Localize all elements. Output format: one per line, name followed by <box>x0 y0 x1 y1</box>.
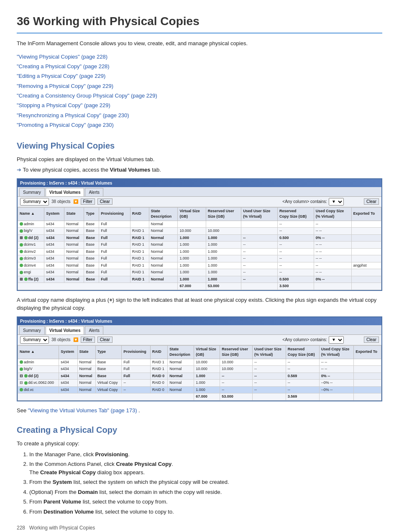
ss2-filter-icon: 🔽 <box>73 337 78 343</box>
ss2-toolbar: Summary 38 objects 🔽 Filter Clear <Any c… <box>18 335 381 345</box>
toc-link-6[interactable]: "Stopping a Physical Copy" (page 229) <box>17 100 382 110</box>
state-dot-green <box>24 278 28 281</box>
ss1-count: 38 objects <box>51 198 71 205</box>
ss1-tab-alerts[interactable]: Alerts <box>85 188 103 196</box>
table-row: admin s434NormalBaseFullRAID 1Normal 10.… <box>18 359 381 366</box>
screenshot-1: Provisioning : InServs : s434 : Virtual … <box>17 178 382 291</box>
ss2-table: Name ▲ System State Type Provisioning RA… <box>18 345 381 401</box>
ss1-col-uuser: Used User Size(% Virtual) <box>241 207 278 221</box>
toc-link-8[interactable]: "Promoting a Physical Copy" (page 230) <box>17 120 382 130</box>
ss2-col-name: Name ▲ <box>18 345 59 359</box>
table-row: ⊟ dd (2) s434NormalBaseFullRAID 0Normal … <box>18 373 381 380</box>
ss2-tabs: Summary Virtual Volumes Alerts <box>18 325 381 335</box>
viewing-volumes-tab-link[interactable]: "Viewing the Virtual Volumes Tab" (page … <box>28 407 137 414</box>
ss2-filter-right-dropdown[interactable]: ▼ <box>329 336 344 344</box>
step-2: In the Common Actions Panel, click Creat… <box>29 460 382 476</box>
toc-link-5[interactable]: "Creating a Consistency Group Physical C… <box>17 91 382 100</box>
see-link-text: See "Viewing the Virtual Volumes Tab" (p… <box>17 406 382 415</box>
ss1-col-rcopy: ReservedCopy Size (GB) <box>277 207 314 221</box>
step-1: In the Manager Pane, click Provisioning. <box>29 450 382 459</box>
ss2-filter-right-label: <Any column> contains: <box>282 337 327 343</box>
ss1-summary-dropdown[interactable]: Summary <box>20 198 49 206</box>
ss2-col-system: System <box>59 345 77 359</box>
ss1-col-prov: Provisioning <box>99 207 130 221</box>
ss1-col-vsize: Virtual Size(GB) <box>178 207 206 221</box>
ss1-col-statedesc: StateDescription <box>149 207 178 221</box>
ss1-titlebar: Provisioning : InServs : s434 : Virtual … <box>18 179 381 187</box>
ss1-table: Name ▲ System State Type Provisioning RA… <box>18 207 381 290</box>
table-row: big/V s434NormalBaseFullRAID 1Normal 10.… <box>18 366 381 373</box>
toc-link-2[interactable]: "Creating a Physical Copy" (page 228) <box>17 62 382 71</box>
ss2-col-uuser: Used User Size(% Virtual) <box>252 345 286 359</box>
table-row: ⊟ dd.vc.0062.000 s434NormalVirtual Copy-… <box>18 380 381 387</box>
footer-text: Working with Physical Copies <box>29 525 95 531</box>
ss2-tab-alerts[interactable]: Alerts <box>85 326 103 334</box>
ss1-col-ucopy: Used Copy Size(% Virtual) <box>314 207 351 221</box>
ss2-col-ucopy: Used Copy Size(% Virtual) <box>319 345 354 359</box>
ss2-tab-summary[interactable]: Summary <box>19 326 45 334</box>
table-row: dcimv4 s434NormalBaseFullRAID 1Normal 1.… <box>18 262 381 269</box>
table-row-highlight: did.vc s434NormalVirtual Copy--RAID 0Nor… <box>18 386 381 393</box>
ss1-filter-btn[interactable]: Filter <box>81 198 95 205</box>
ss2-col-raid: RAID <box>150 345 168 359</box>
table-row: dcimv2 s434NormalBaseFullRAID 1Normal 1.… <box>18 248 381 255</box>
creating-steps: In the Manager Pane, click Provisioning.… <box>29 450 382 516</box>
step-3: From the System list, select the system … <box>29 478 382 486</box>
table-row: admin s434NormalBaseFullNormal ---- <box>18 221 381 228</box>
ss2-footer-row: 67.00053.0003.569 <box>18 393 381 401</box>
state-dot-green <box>20 368 23 371</box>
ss1-filter-icon: 🔽 <box>73 198 78 205</box>
ss1-filter-right: <Any column> contains: ▼ Clear <box>282 198 379 206</box>
creating-intro: To create a physical copy: <box>17 439 382 448</box>
ss2-col-state: State <box>77 345 95 359</box>
table-row: ⊞ dd (2) s434NormalBaseFullRAID 1Normal … <box>18 234 381 242</box>
page-title: 36 Working with Physical Copies <box>17 13 382 33</box>
ss2-tab-virtualvolumes[interactable]: Virtual Volumes <box>46 326 84 334</box>
toc-link-7[interactable]: "Resynchronizing a Physical Copy" (page … <box>17 111 382 120</box>
ss1-clear-btn[interactable]: Clear <box>97 198 113 205</box>
ss2-filter-right: <Any column> contains: ▼ Clear <box>282 336 379 344</box>
toc-link-3[interactable]: "Editing a Physical Copy" (page 229) <box>17 71 382 81</box>
viewing-arrow-note: To view physical copies, access the Virt… <box>17 166 382 174</box>
toc-link-1[interactable]: "Viewing Physical Copies" (page 228) <box>17 52 382 62</box>
state-dot-green <box>24 236 28 239</box>
table-row: big/V s434NormalBaseFullRAID 1Normal 10.… <box>18 228 381 235</box>
ss2-summary-dropdown[interactable]: Summary <box>20 336 49 344</box>
footer-page-num: 228 <box>17 525 25 531</box>
table-row: ⊞ ffa (2) s434NormalBaseFullRAID 1Normal… <box>18 276 381 283</box>
ss1-tabs: Summary Virtual Volumes Alerts <box>18 187 381 197</box>
screenshot-2: Provisioning : InServs : s434 : Virtual … <box>17 316 382 401</box>
state-dot-green <box>20 388 23 391</box>
ss2-clear-right-btn[interactable]: Clear <box>364 337 379 343</box>
table-row: dcimv1 s434NormalBaseFullRAID 1Normal 1.… <box>18 242 381 249</box>
ss1-col-ruser: Reserved UserSize (GB) <box>206 207 241 221</box>
ss2-col-prov: Provisioning <box>122 345 151 359</box>
ss2-col-type: Type <box>95 345 121 359</box>
ss1-footer-row: 67.00053.0003.500 <box>18 283 381 290</box>
table-row: dcimv3 s434NormalBaseFullRAID 1Normal 1.… <box>18 255 381 262</box>
step-4: (Optional) From the Domain list, select … <box>29 488 382 496</box>
ss2-col-statedesc: StateDescription <box>168 345 194 359</box>
toc-links: "Viewing Physical Copies" (page 228) "Cr… <box>17 52 382 130</box>
ss1-col-raid: RAID <box>130 207 149 221</box>
ss1-clear-right-btn[interactable]: Clear <box>364 198 379 205</box>
ss1-toolbar: Summary 38 objects 🔽 Filter Clear <Any c… <box>18 197 381 207</box>
ss1-filter-right-dropdown[interactable]: ▼ <box>329 198 344 206</box>
ss2-col-exported: Exported To <box>354 345 381 359</box>
ss1-tab-summary[interactable]: Summary <box>19 188 45 196</box>
state-dot-green <box>20 229 23 233</box>
state-dot-green <box>24 374 28 378</box>
toc-link-4[interactable]: "Removing a Physical Copy" (page 229) <box>17 81 382 91</box>
step-6: From Destination Volume list, select the… <box>29 508 382 516</box>
section-heading-creating: Creating a Physical Copy <box>17 424 382 436</box>
ss1-tab-virtualvolumes[interactable]: Virtual Volumes <box>46 188 84 196</box>
ss2-filter-btn[interactable]: Filter <box>81 337 95 343</box>
state-dot-green <box>20 264 23 267</box>
section-heading-viewing: Viewing Physical Copies <box>17 139 382 152</box>
ss1-filter-right-label: <Any column> contains: <box>282 198 327 205</box>
ss1-col-type: Type <box>84 207 99 221</box>
ss1-col-exported: Exported To <box>351 207 381 221</box>
viewing-paragraph: A virtual copy name displaying a plus (+… <box>17 296 382 312</box>
ss2-clear-btn[interactable]: Clear <box>97 337 113 343</box>
state-dot-green <box>20 243 23 247</box>
